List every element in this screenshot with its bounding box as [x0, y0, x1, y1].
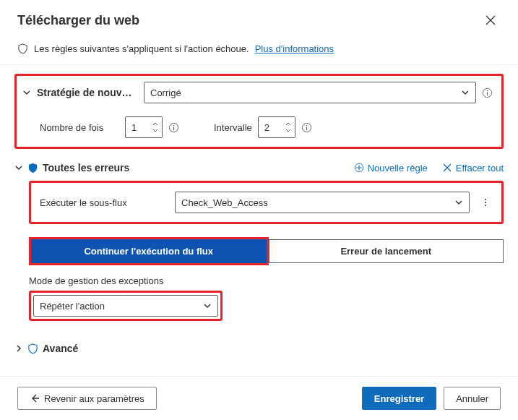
shield-filled-icon	[27, 163, 38, 173]
retries-label: Nombre de fois	[40, 122, 119, 133]
advanced-title: Avancé	[43, 343, 78, 354]
exception-tabs: Continuer l'exécution du flux Erreur de …	[29, 237, 504, 265]
svg-point-7	[306, 124, 308, 126]
info-icon[interactable]	[482, 87, 493, 98]
shield-icon	[17, 43, 28, 54]
new-rule-button[interactable]: Nouvelle règle	[354, 163, 428, 173]
shield-icon	[27, 343, 38, 354]
dialog-title: Télécharger du web	[17, 13, 139, 28]
clear-all-label: Effacer tout	[456, 163, 504, 173]
chevron-up-icon[interactable]	[285, 121, 292, 127]
interval-stepper[interactable]: 2	[258, 116, 295, 138]
back-button[interactable]: Revenir aux paramètres	[17, 387, 157, 410]
arrow-left-icon	[30, 393, 40, 403]
interval-label: Intervalle	[214, 122, 252, 133]
subflow-dropdown[interactable]: Check_Web_Access	[175, 192, 470, 213]
info-bar: Les règles suivantes s'appliquent si l'a…	[0, 38, 518, 65]
clear-icon	[442, 163, 452, 173]
info-icon[interactable]	[301, 122, 312, 133]
save-button[interactable]: Enregistrer	[362, 387, 436, 410]
subflow-row: Exécuter le sous-flux Check_Web_Access	[29, 181, 504, 224]
close-icon	[485, 15, 496, 25]
exception-mode-value: Répéter l'action	[40, 301, 105, 312]
svg-point-1	[487, 90, 488, 91]
info-text: Les règles suivantes s'appliquent si l'a…	[34, 43, 249, 54]
chevron-down-icon[interactable]	[22, 88, 31, 97]
retries-value: 1	[131, 122, 137, 133]
chevron-down-icon	[461, 88, 470, 97]
clear-all-button[interactable]: Effacer tout	[442, 163, 504, 173]
advanced-section-toggle[interactable]: Avancé	[14, 343, 504, 354]
svg-rect-8	[306, 127, 307, 130]
interval-value: 2	[264, 122, 269, 133]
dialog-footer: Revenir aux paramètres Enregistrer Annul…	[0, 376, 518, 420]
dialog-header: Télécharger du web	[0, 0, 518, 38]
svg-point-4	[173, 124, 175, 126]
errors-section: Toutes les erreurs Nouvelle règle Efface…	[14, 162, 504, 321]
errors-title: Toutes les erreurs	[43, 162, 340, 173]
close-button[interactable]	[480, 10, 501, 30]
tab-continue[interactable]: Continuer l'exécution du flux	[31, 239, 267, 263]
chevron-down-icon[interactable]	[285, 127, 292, 133]
strategy-dropdown[interactable]: Corrigé	[144, 82, 476, 103]
info-icon[interactable]	[168, 122, 179, 133]
back-label: Revenir aux paramètres	[44, 393, 144, 404]
retries-stepper[interactable]: 1	[125, 116, 163, 138]
new-rule-label: Nouvelle règle	[368, 163, 428, 173]
info-link[interactable]: Plus d'informations	[255, 43, 334, 54]
chevron-down-icon	[454, 198, 463, 207]
tab-throw[interactable]: Erreur de lancement	[269, 239, 504, 263]
strategy-value: Corrigé	[150, 87, 181, 98]
strategy-label: Stratégie de nouv…	[37, 87, 138, 98]
more-actions-button[interactable]	[478, 199, 493, 206]
exception-mode-dropdown[interactable]: Répéter l'action	[33, 295, 218, 317]
chevron-right-icon	[14, 344, 23, 353]
plus-circle-icon	[354, 163, 364, 173]
subflow-label: Exécuter le sous-flux	[40, 197, 166, 208]
svg-rect-5	[173, 127, 174, 130]
cancel-button[interactable]: Annuler	[444, 387, 501, 410]
exception-mode-label: Mode de gestion des exceptions	[29, 275, 504, 286]
chevron-down-icon	[203, 301, 212, 310]
retry-strategy-section: Stratégie de nouv… Corrigé Nombre de foi…	[14, 74, 504, 149]
chevron-down-icon[interactable]	[152, 127, 159, 133]
chevron-up-icon[interactable]	[152, 121, 159, 127]
svg-rect-2	[487, 92, 488, 95]
subflow-value: Check_Web_Access	[181, 197, 268, 208]
chevron-down-icon[interactable]	[14, 163, 23, 172]
